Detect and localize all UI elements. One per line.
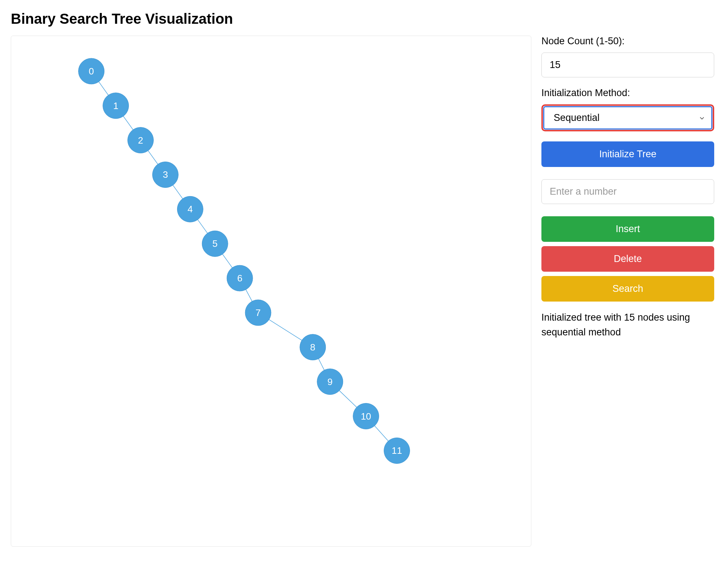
tree-node-label: 8 (310, 342, 315, 353)
control-panel: Node Count (1-50): Initialization Method… (541, 36, 714, 339)
insert-button[interactable]: Insert (541, 216, 714, 242)
tree-canvas: 01234567891011 (11, 36, 531, 546)
tree-node[interactable]: 2 (128, 127, 154, 153)
tree-node[interactable]: 5 (202, 231, 228, 257)
tree-node-label: 4 (188, 204, 193, 214)
tree-node[interactable]: 10 (353, 403, 379, 429)
node-count-input[interactable] (541, 53, 714, 77)
init-method-select[interactable]: Sequential (541, 104, 714, 131)
tree-node-label: 0 (89, 66, 94, 77)
delete-button[interactable]: Delete (541, 246, 714, 272)
initialize-tree-button[interactable]: Initialize Tree (541, 141, 714, 167)
tree-node[interactable]: 7 (245, 300, 271, 326)
status-text: Initialized tree with 15 nodes using seq… (541, 310, 714, 339)
page-title: Binary Search Tree Visualization (11, 11, 714, 27)
tree-panel: 01234567891011 (11, 36, 531, 547)
tree-node-label: 1 (113, 100, 118, 111)
chevron-down-icon (699, 115, 705, 121)
tree-node-label: 2 (138, 135, 143, 146)
node-count-label: Node Count (1-50): (541, 36, 714, 47)
tree-node[interactable]: 3 (152, 162, 178, 188)
tree-node[interactable]: 0 (78, 58, 104, 84)
tree-node-label: 11 (392, 445, 402, 456)
tree-node-label: 3 (163, 169, 168, 180)
tree-node[interactable]: 9 (317, 369, 343, 395)
tree-node[interactable]: 8 (300, 334, 326, 360)
tree-node-label: 7 (256, 307, 261, 318)
tree-node-label: 6 (237, 273, 242, 284)
init-method-label: Initialization Method: (541, 87, 714, 99)
number-input[interactable] (541, 179, 714, 204)
tree-node[interactable]: 4 (177, 196, 203, 222)
tree-node[interactable]: 1 (103, 93, 129, 119)
tree-node[interactable]: 11 (384, 438, 410, 463)
tree-node-label: 9 (328, 376, 333, 387)
search-button[interactable]: Search (541, 276, 714, 302)
tree-node[interactable]: 6 (227, 265, 253, 291)
tree-node-label: 5 (212, 238, 217, 249)
init-method-value: Sequential (554, 112, 600, 123)
tree-node-label: 10 (361, 411, 371, 422)
main-container: 01234567891011 Node Count (1-50): Initia… (11, 36, 714, 547)
